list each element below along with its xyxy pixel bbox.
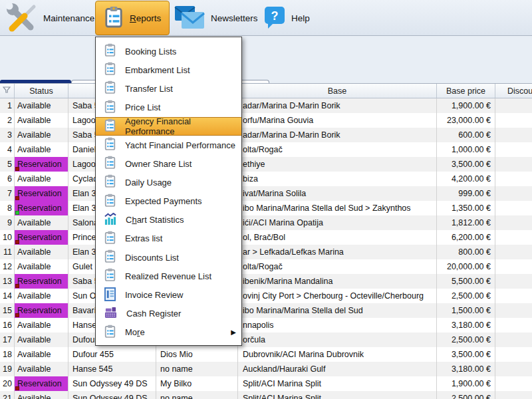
maintenance-button[interactable]: Maintenance — [5, 0, 94, 36]
base-column-header[interactable]: Base — [238, 84, 437, 98]
reports-label: Reports — [130, 13, 161, 23]
yacht-model-cell: Hanse 545 — [68, 362, 156, 376]
base-price-cell: 3,180.00 € — [437, 362, 495, 376]
row-number: 3 — [0, 128, 15, 142]
status-cell: Available — [15, 332, 68, 347]
discount-cell — [495, 142, 532, 157]
discount-cell — [495, 332, 532, 347]
base-cell: ethiye — [238, 157, 437, 172]
menu-item-owner-share-list[interactable]: Owner Share List — [96, 154, 241, 173]
table-row[interactable]: 1AvailableSaba 5adar/Marina D-Marin Bori… — [0, 98, 532, 113]
newsletters-label: Newsletters — [211, 13, 258, 23]
table-row[interactable]: 2AvailableLagooorfu/Marina Gouvia23,000.… — [0, 113, 532, 128]
discount-cell — [495, 245, 532, 259]
clipboard-icon — [104, 325, 116, 340]
status-cell: Reservation — [15, 201, 68, 215]
row-number: 1 — [0, 98, 15, 113]
table-row[interactable]: 15ReservationBavariibo Marina/Marina Ste… — [0, 303, 532, 318]
base-cell: orčula — [238, 332, 437, 347]
base-price-cell: 600.00 € — [437, 128, 495, 142]
table-row[interactable]: 21AvailableSun Odyssey 49 DSno nameSplit… — [0, 391, 532, 399]
discount-cell — [495, 128, 532, 142]
menu-item-transfer-list[interactable]: Transfer List — [96, 79, 241, 98]
table-row[interactable]: 4AvailableDanielolta/Rogač1,000.00 € — [0, 142, 532, 157]
menu-item-cash-register[interactable]: Cash Register — [96, 305, 241, 323]
row-number: 12 — [0, 259, 15, 274]
menu-item-expected-payments[interactable]: Expected Payments — [96, 192, 241, 211]
menu-item-more[interactable]: More▶ — [96, 323, 241, 342]
base-cell: Split/ACI Marina Split — [238, 376, 437, 391]
table-row[interactable]: 18AvailableDufour 455Dios MioDubrovnik/A… — [0, 347, 532, 362]
menu-item-daily-usage[interactable]: Daily Usage — [96, 173, 241, 192]
discount-cell — [495, 157, 532, 172]
status-column-header[interactable]: Status — [15, 84, 68, 98]
menu-item-label: Transfer List — [125, 84, 173, 94]
table-row[interactable]: 9AvailableSalonaići/ACI Marina Opatija1,… — [0, 215, 532, 230]
menu-item-discounts-list[interactable]: Discounts List — [96, 248, 241, 267]
menu-item-yacht-financial-performance[interactable]: Yacht Financial Performance — [96, 136, 241, 154]
tools-icon — [5, 2, 37, 35]
discount-cell — [495, 274, 532, 289]
menu-item-label: Chart Statistics — [126, 215, 184, 225]
filter-funnel-header[interactable] — [0, 84, 15, 98]
base-cell: ibo Marina/Marina Stella del Sud > Zakyn… — [238, 201, 437, 215]
table-row[interactable]: 8ReservationElan 3ibo Marina/Marina Stel… — [0, 201, 532, 215]
base-cell: Dubrovnik/ACI Marina Dubrovnik — [238, 347, 437, 362]
table-row[interactable]: 20ReservationSun Odyssey 49 DSMy BilkoSp… — [0, 376, 532, 391]
discount-cell — [495, 289, 532, 303]
discount-column-header[interactable]: Discou — [495, 84, 532, 98]
yacht-name-cell: My Bilko — [156, 376, 238, 391]
base-price-cell: 20,000.00 € — [437, 259, 495, 274]
menu-item-booking-lists[interactable]: Booking Lists — [96, 42, 241, 61]
menu-item-realized-revenue-list[interactable]: Realized Revenue List — [96, 267, 241, 285]
menu-item-extras-list[interactable]: Extras list — [96, 229, 241, 248]
table-row[interactable]: 3AvailableSaba 5adar/Marina D-Marin Bori… — [0, 128, 532, 142]
table-row[interactable]: 6AvailableCycladbiza4,200.00 € — [0, 172, 532, 186]
discount-cell — [495, 201, 532, 215]
base-cell: ovinj City Port > Cherbourg - Octeville/… — [238, 289, 437, 303]
base-price-column-header[interactable]: Base price — [437, 84, 495, 98]
discount-cell — [495, 391, 532, 399]
clipboard-icon — [104, 80, 116, 96]
table-row[interactable]: 14AvailableSun Oovinj City Port > Cherbo… — [0, 289, 532, 303]
red-flag-indicator — [15, 386, 19, 390]
table-row[interactable]: 13ReservationSaba 5ibenik/Marina Mandali… — [0, 274, 532, 289]
status-cell: Available — [15, 259, 68, 274]
menu-item-agency-financial-performance[interactable]: Agency Financial Performance — [96, 117, 241, 136]
tab-and-filter-area: Available Yachts Act 0 Country All ▾ on … — [0, 36, 532, 83]
status-cell: Reservation — [15, 230, 68, 245]
discount-cell — [495, 376, 532, 391]
table-row[interactable]: 16AvailableHansennapolis3,180.00 € — [0, 318, 532, 332]
yacht-name-cell: Dios Mio — [156, 347, 238, 362]
table-row[interactable]: 12AvailableGuletolta/Rogač20,000.00 € — [0, 259, 532, 274]
reports-button[interactable]: Reports — [95, 1, 170, 35]
base-price-cell: 800.00 € — [437, 245, 495, 259]
base-cell: ići/ACI Marina Opatija — [238, 215, 437, 230]
base-cell: ivat/Marina Solila — [238, 186, 437, 201]
row-number: 11 — [0, 245, 15, 259]
yacht-table-body: 1AvailableSaba 5adar/Marina D-Marin Bori… — [0, 98, 532, 399]
menu-item-label: Extras list — [125, 233, 162, 243]
status-cell: Reservation — [15, 303, 68, 318]
table-row[interactable]: 17AvailableDufourorčula2,500.00 € — [0, 332, 532, 347]
base-price-cell: 1,000.00 € — [437, 142, 495, 157]
menu-item-price-list[interactable]: Price List — [96, 98, 241, 117]
menu-item-embarkment-list[interactable]: Embarkment List — [96, 61, 241, 79]
menu-item-chart-statistics[interactable]: Chart Statistics — [96, 211, 241, 229]
table-row[interactable]: 7ReservationElan 3ivat/Marina Solila999.… — [0, 186, 532, 201]
menu-item-label: More — [125, 327, 145, 337]
clipboard-icon — [104, 62, 116, 78]
table-row[interactable]: 10ReservationPrinceol, Brač/Bol6,200.00 … — [0, 230, 532, 245]
menu-item-invoice-review[interactable]: Invoice Review — [96, 285, 241, 304]
table-row[interactable]: 19AvailableHanse 545no nameAuckland/Haur… — [0, 362, 532, 376]
table-row[interactable]: 5ReservationLagooethiye3,500.00 € — [0, 157, 532, 172]
base-cell: adar/Marina D-Marin Borik — [238, 98, 437, 113]
base-cell: Split/ACI Marina Split — [238, 391, 437, 399]
help-button[interactable]: ? Help — [264, 0, 310, 36]
base-cell: ar > Lefkada/Lefkas Marina — [238, 245, 437, 259]
newsletters-button[interactable]: Newsletters — [174, 0, 258, 36]
table-row[interactable]: 11AvailableElan 3ar > Lefkada/Lefkas Mar… — [0, 245, 532, 259]
base-price-cell: 2,500.00 € — [437, 332, 495, 347]
status-cell: Available — [15, 215, 68, 230]
row-number: 7 — [0, 186, 15, 201]
